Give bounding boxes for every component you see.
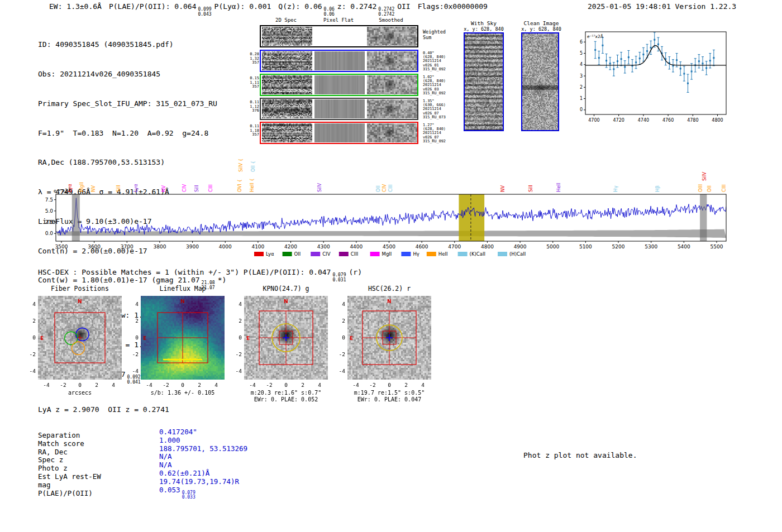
match-row-value-2: 188.795701, 53.513269	[159, 444, 247, 453]
header-flags: Flags:0x00000009	[418, 2, 488, 11]
clean-image	[521, 32, 559, 131]
spectrum-y-tick-label: 5.0	[45, 208, 54, 214]
twod-left-label-4: 0.111.18357	[245, 124, 259, 137]
emission-line-label-13: SiIV	[317, 183, 322, 192]
twod-flat-image-1	[314, 51, 365, 70]
cutout-y-tick-label: 4	[126, 301, 139, 307]
inset-data-point	[635, 61, 637, 63]
header-line: EW: 1.3±0.6ÅP(LAE)/P(OII): 0.0640.0990.0…	[49, 2, 488, 17]
cutout-y-tick-label: -2	[126, 351, 139, 357]
cutout-x-tick-label: 0	[383, 382, 396, 388]
header-z-frac: 0.27420.2742	[378, 7, 394, 17]
inset-x-tick-label: 4740	[638, 118, 649, 123]
cutout-y-tick-label: 0	[126, 334, 139, 341]
legend-label-8: (H)CaII	[509, 251, 526, 257]
info-id: ID: 4090351845 (4090351845.pdf)	[38, 40, 226, 50]
cutout-y-tick-label: 2	[230, 318, 242, 324]
twod-row-4: 0.111.183571.27"(628, 840)20211214v026_0…	[260, 122, 418, 144]
header-plya: P(Lyα): 0.001	[214, 2, 271, 11]
spectrum-x-tick-label: 4400	[350, 244, 363, 250]
header-z: z: 0.2742	[337, 2, 376, 11]
cutout-caption-3-1: EWr: 0. PLAE: 0.047	[339, 396, 440, 404]
spectrum-x-tick-label: 4300	[317, 244, 330, 250]
hsc-dex-line: HSC-DEX : Possible Matches = 1 (within +…	[38, 268, 362, 283]
inset-y-tick-label: 1	[580, 96, 583, 101]
emission-line-label-0: Lyα	[67, 184, 73, 192]
cutout-y-tick-label: -2	[230, 351, 242, 357]
cutout-overlay-1: NE	[141, 296, 225, 380]
masked-region-0	[72, 194, 80, 241]
header-timestamp: 2025-01-05 19:48:01 Version 1.22.3	[588, 2, 736, 11]
compass-label: N	[387, 299, 392, 304]
twod-right-line: Sum	[423, 35, 446, 41]
match-row-value-text: N/A	[159, 452, 172, 461]
with-sky-subtitle: x, y: 628, 840	[453, 26, 514, 32]
cutout-y-tick-label: 2	[333, 318, 345, 324]
twod-header-pixelflat: Pixel Flat	[313, 17, 364, 23]
header-ew: EW: 1.3±0.6Å	[49, 2, 102, 11]
match-row-label-1: Match score	[38, 439, 84, 448]
inset-data-point	[650, 47, 652, 49]
emission-line-label-1: MgII	[79, 182, 84, 192]
info-primary: Primary Spec_Slot_IFU_AMP: 315_021_073_R…	[38, 99, 226, 109]
twod-flat-image-3	[314, 99, 365, 118]
twod-left-line: 357	[245, 85, 259, 89]
legend-label-3: CIII	[351, 251, 358, 257]
match-row-label-4: Photo z	[38, 464, 68, 472]
match-row-label-5: Est LyA rest-EW	[38, 472, 101, 481]
match-row-value-1: 1.000	[159, 436, 180, 444]
cutout-x-tick-label: -2	[366, 382, 379, 388]
spectrum-x-tick-label: 3500	[55, 244, 68, 250]
header-qz-frac: 0.060.06	[324, 7, 335, 17]
spectrum-x-tick-label: 4700	[448, 244, 461, 250]
cutout-y-tick-label: 2	[126, 318, 139, 324]
emission-line-label-19: HeII	[556, 183, 561, 192]
twod-smooth-image-4	[367, 123, 417, 142]
header-z-type: OII	[397, 2, 410, 11]
cutout-x-tick-label: -4	[349, 382, 363, 388]
inset-data-point	[691, 70, 693, 72]
fiber-circle	[86, 349, 99, 362]
cutout-y-tick-label: 2	[23, 318, 36, 324]
match-row-label-0: Separation	[38, 431, 80, 439]
cutout-y-tick-label: 4	[230, 301, 242, 307]
twod-spec-image-4	[262, 123, 312, 142]
twod-header-2dspec: 2D Spec	[261, 17, 311, 23]
legend-label-0: Lyα	[266, 251, 274, 257]
inset-data-point	[594, 49, 596, 51]
emission-line-label-10: SiIV {	[238, 159, 244, 172]
header-qz-lo: 0.06	[324, 12, 335, 17]
twod-header-smoothed: Smoothed	[366, 17, 416, 23]
compass-label: E	[246, 336, 250, 341]
match-row-label-7: P(LAE)/P(OII)	[38, 489, 93, 497]
cutout-overlay-3: NE	[347, 296, 431, 380]
emission-line-label-4: Lyα	[133, 184, 139, 192]
clean-image-title: Clean Image	[511, 20, 572, 26]
header-plae-lo: 0.043	[198, 12, 211, 17]
spectrum-y-tick-label: 7.5	[45, 197, 53, 203]
match-row-value-0: 0.417204"	[159, 428, 197, 436]
twod-row-0: WeightedSum	[260, 25, 418, 47]
match-row-value-text: 19.74(19.73,19.74)R	[159, 477, 239, 486]
match-row-value-4: N/A	[159, 461, 172, 469]
inset-data-point	[687, 83, 689, 84]
inset-data-point	[621, 58, 622, 60]
twod-row-1: 0.281.323570.40"(628, 840)20211214v026_0…	[260, 50, 418, 72]
twod-left-label-3: 0.111.12376	[245, 100, 259, 113]
cutout-caption-0-0: arcsecs	[30, 390, 130, 397]
compass-label: N	[284, 299, 288, 304]
inset-units-label: e⁻¹⁷x2Å	[587, 34, 604, 39]
inset-y-tick-label: 4	[580, 62, 583, 67]
legend-swatch-6	[427, 252, 436, 256]
legend-swatch-0	[254, 252, 264, 256]
hsc-dex-band: (r)	[349, 268, 361, 276]
inset-data-point	[683, 73, 685, 75]
inset-x-tick-label: 4700	[588, 118, 599, 123]
inset-data-point	[680, 68, 681, 69]
spectrum-x-tick-label: 3900	[186, 244, 199, 250]
compass-label: E	[143, 336, 146, 341]
cutout-title-1: Lineflux Map	[135, 285, 230, 293]
emission-line-label-17: NV	[500, 185, 506, 192]
spectrum-x-tick-label: 3600	[88, 244, 101, 250]
match-row-value-lo: 0.033	[182, 495, 196, 500]
